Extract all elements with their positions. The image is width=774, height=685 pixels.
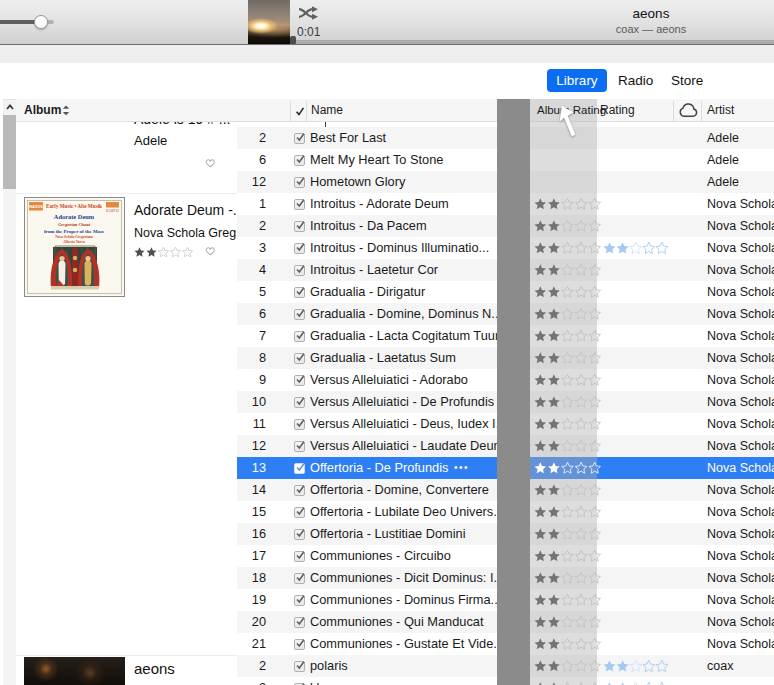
svg-text:8.550712: 8.550712 (106, 209, 119, 213)
svg-text:Nova Schola Gregoriana: Nova Schola Gregoriana (55, 235, 93, 239)
svg-text:Early Music • Alte Musik: Early Music • Alte Musik (46, 203, 102, 209)
svg-text:Gregorian Chant: Gregorian Chant (58, 222, 91, 227)
svg-text:NAXOS: NAXOS (29, 205, 43, 209)
svg-text:from the Proper of the Mass: from the Proper of the Mass (44, 229, 104, 234)
svg-text:Alberto Turco: Alberto Turco (63, 240, 85, 244)
svg-text:Adorate Deum: Adorate Deum (54, 213, 95, 220)
